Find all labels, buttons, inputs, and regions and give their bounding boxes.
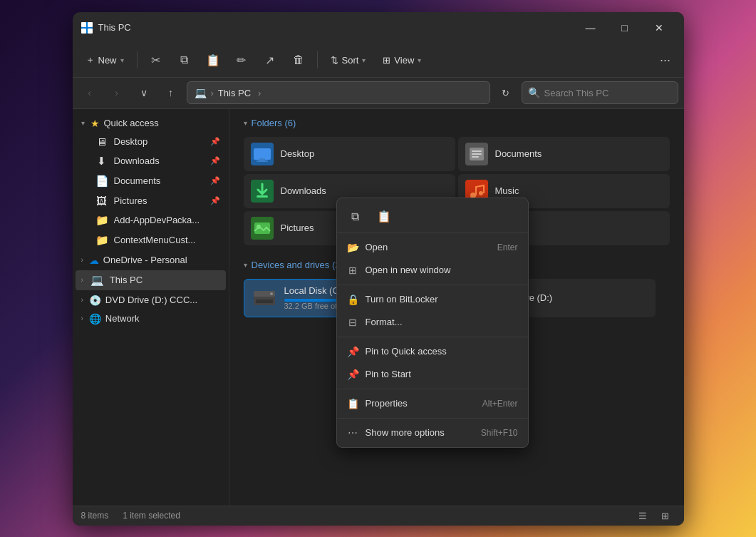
ctx-paste-button[interactable]: 📋 bbox=[371, 205, 397, 228]
ctx-more-label: Show more options bbox=[366, 427, 474, 438]
ctx-pin-qa-icon: 📌 bbox=[347, 346, 358, 357]
file-explorer-window: This PC — □ ✕ ＋ New ▾ ✂ ⧉ 📋 ✏ ↗ 🗑 ⇅ Sort… bbox=[73, 12, 684, 526]
ctx-pin-start-label: Pin to Start bbox=[366, 369, 518, 379]
ctx-toolbar: ⧉ 📋 bbox=[337, 201, 528, 233]
ctx-open-new-window[interactable]: ⊞ Open in new window bbox=[337, 259, 528, 282]
ctx-pin-qa-label: Pin to Quick access bbox=[366, 346, 518, 357]
ctx-separator-3 bbox=[337, 389, 528, 389]
ctx-format[interactable]: ⊟ Format... bbox=[337, 311, 528, 334]
ctx-separator-2 bbox=[337, 337, 528, 337]
ctx-format-label: Format... bbox=[366, 317, 518, 327]
ctx-open[interactable]: 📂 Open Enter bbox=[337, 236, 528, 259]
ctx-show-more[interactable]: ⋯ Show more options Shift+F10 bbox=[337, 421, 528, 444]
context-menu-overlay[interactable]: ⧉ 📋 📂 Open Enter ⊞ Open in new window 🔒 … bbox=[73, 12, 684, 526]
ctx-bitlocker-label: Turn on BitLocker bbox=[366, 294, 518, 305]
ctx-format-icon: ⊟ bbox=[347, 317, 358, 328]
ctx-pin-start[interactable]: 📌 Pin to Start bbox=[337, 363, 528, 386]
ctx-open-shortcut: Enter bbox=[497, 242, 518, 252]
ctx-properties-icon: 📋 bbox=[347, 398, 358, 409]
ctx-pin-quick-access[interactable]: 📌 Pin to Quick access bbox=[337, 340, 528, 363]
ctx-more-icon: ⋯ bbox=[347, 427, 358, 439]
ctx-pin-start-icon: 📌 bbox=[347, 369, 358, 380]
ctx-bitlocker-icon: 🔒 bbox=[347, 294, 358, 305]
ctx-bitlocker[interactable]: 🔒 Turn on BitLocker bbox=[337, 288, 528, 311]
ctx-separator-1 bbox=[337, 285, 528, 285]
ctx-properties[interactable]: 📋 Properties Alt+Enter bbox=[337, 392, 528, 415]
ctx-copy-button[interactable]: ⧉ bbox=[343, 205, 368, 228]
ctx-open-icon: 📂 bbox=[347, 242, 358, 253]
context-menu: ⧉ 📋 📂 Open Enter ⊞ Open in new window 🔒 … bbox=[336, 198, 529, 448]
ctx-properties-shortcut: Alt+Enter bbox=[482, 399, 518, 409]
ctx-new-window-icon: ⊞ bbox=[347, 265, 358, 276]
ctx-more-shortcut: Shift+F10 bbox=[481, 428, 518, 438]
ctx-separator-4 bbox=[337, 418, 528, 419]
ctx-new-window-label: Open in new window bbox=[366, 265, 518, 275]
ctx-open-label: Open bbox=[366, 242, 490, 252]
ctx-properties-label: Properties bbox=[366, 398, 475, 409]
